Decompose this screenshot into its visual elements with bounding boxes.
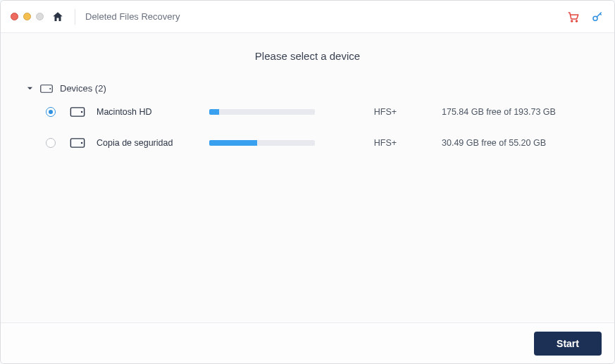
disk-icon	[70, 137, 85, 149]
usage-bar	[209, 140, 315, 146]
page-title: Deleted Files Recovery	[85, 11, 180, 22]
device-free-space: 175.84 GB free of 193.73 GB	[442, 107, 589, 117]
usage-bar-fill	[209, 140, 257, 146]
svg-point-1	[576, 20, 578, 22]
start-button[interactable]: Start	[534, 332, 602, 356]
divider	[75, 9, 75, 25]
device-list: Macintosh HDHFS+175.84 GB free of 193.73…	[26, 96, 589, 158]
device-name: Macintosh HD	[97, 107, 202, 117]
main-content: Please select a device Devices (2) Macin…	[1, 33, 614, 322]
close-window-button[interactable]	[11, 13, 18, 20]
minimize-window-button[interactable]	[23, 13, 31, 20]
svg-point-0	[571, 20, 573, 22]
window-controls	[11, 13, 44, 20]
disk-icon	[70, 106, 85, 118]
device-row[interactable]: Macintosh HDHFS+175.84 GB free of 193.73…	[26, 96, 589, 127]
device-filesystem: HFS+	[336, 138, 435, 148]
devices-group-header[interactable]: Devices (2)	[26, 80, 589, 96]
footer: Start	[1, 322, 614, 363]
chevron-down-icon	[26, 85, 33, 92]
device-radio[interactable]	[46, 138, 56, 148]
disk-icon	[40, 84, 53, 94]
app-window: Deleted Files Recovery Please select a d…	[0, 0, 615, 364]
device-radio[interactable]	[46, 107, 56, 117]
device-name: Copia de seguridad	[97, 138, 202, 148]
device-row[interactable]: Copia de seguridadHFS+30.49 GB free of 5…	[26, 127, 589, 158]
home-icon[interactable]	[51, 10, 65, 24]
devices-group-label: Devices (2)	[60, 83, 106, 94]
usage-bar-fill	[209, 109, 219, 115]
maximize-window-button[interactable]	[36, 13, 44, 20]
cart-icon[interactable]	[566, 10, 580, 24]
select-device-heading: Please select a device	[26, 50, 589, 62]
svg-point-4	[49, 87, 51, 89]
svg-point-8	[81, 142, 82, 144]
key-icon[interactable]	[590, 10, 604, 24]
usage-bar	[209, 109, 315, 115]
titlebar: Deleted Files Recovery	[1, 1, 614, 33]
svg-point-6	[81, 111, 82, 113]
device-free-space: 30.49 GB free of 55.20 GB	[442, 138, 589, 148]
device-filesystem: HFS+	[336, 107, 435, 117]
